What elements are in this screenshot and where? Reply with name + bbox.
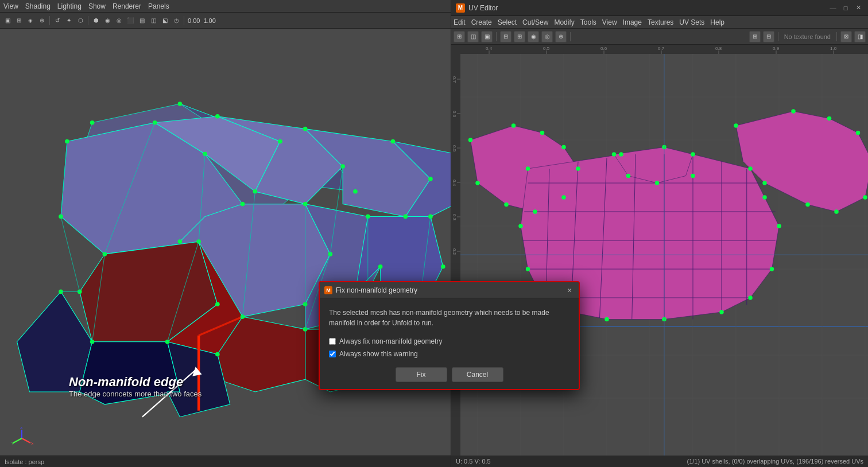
svg-point-87 — [468, 138, 473, 142]
toolbar-icon-2[interactable]: ⊞ — [14, 15, 24, 26]
toolbar-icon-6[interactable]: ✦ — [64, 15, 74, 26]
value-field-2[interactable]: 1.00 — [203, 17, 215, 24]
uv-status: U: 0.5 V: 0.5 (1/1) UV shells, (0/0) ove… — [451, 456, 868, 467]
svg-point-14 — [353, 189, 358, 194]
menu-panels[interactable]: Panels — [148, 2, 169, 10]
annotation-subtitle: The edge conncets more than two faces — [69, 390, 202, 398]
uv-menu-uvsets[interactable]: UV Sets — [679, 18, 704, 26]
uv-editor: M UV Editor — □ ✕ Edit Create Select Cut… — [451, 0, 868, 467]
uv-canvas[interactable]: 0.7 0.6 0.5 0.4 0.3 0.2 0.3 — [451, 45, 868, 467]
close-button[interactable]: ✕ — [853, 3, 863, 13]
svg-text:Z: Z — [20, 427, 23, 430]
menu-shading[interactable]: Shading — [25, 2, 51, 10]
modal-icon: M — [324, 286, 332, 294]
modal-message: The selected mesh has non-manifold geome… — [329, 308, 569, 328]
toolbar-icon-4[interactable]: ⊕ — [37, 15, 47, 26]
toolbar-icon-5[interactable]: ↺ — [52, 15, 63, 26]
modal-close-button[interactable]: × — [565, 286, 574, 295]
restore-button[interactable]: □ — [840, 3, 851, 13]
svg-point-11 — [90, 120, 95, 125]
svg-point-27 — [178, 239, 183, 244]
checkbox-fix[interactable] — [329, 338, 336, 345]
checkbox-fix-label[interactable]: Always fix non-manifold geometry — [339, 337, 442, 345]
toolbar-icon-15[interactable]: ◷ — [171, 15, 181, 26]
minimize-button[interactable]: — — [828, 3, 838, 13]
value-field-1[interactable]: 0.00 — [188, 17, 200, 24]
uv-toolbar: ⊞ ◫ ▣ ⊟ ⊞ ◉ ◎ ⊕ ⊞ ⊟ No texture found ⊠ ◨ — [451, 29, 868, 45]
uv-tb-btn-last[interactable]: ◨ — [854, 31, 866, 42]
svg-point-106 — [619, 152, 623, 157]
svg-point-91 — [576, 166, 580, 171]
toolbar-icon-11[interactable]: ⬛ — [125, 15, 135, 26]
menu-lighting[interactable]: Lighting — [57, 2, 82, 10]
app-container: View Shading Lighting Show Renderer Pane… — [0, 0, 868, 467]
viewport-3d: View Shading Lighting Show Renderer Pane… — [0, 0, 451, 467]
uv-menu-cutsew[interactable]: Cut/Sew — [522, 18, 548, 26]
checkbox-warning-label[interactable]: Always show this warning — [339, 350, 418, 358]
uv-tb-btn-1[interactable]: ⊞ — [454, 31, 465, 42]
svg-point-102 — [834, 209, 839, 214]
ruler-top: 0.4 0.5 0.6 0.7 0.8 0.9 1.0 — [460, 45, 868, 54]
toolbar-icon-14[interactable]: ⬕ — [160, 15, 170, 26]
uv-tb-btn-8[interactable]: ⊕ — [555, 31, 567, 42]
toolbar-icon-9[interactable]: ◉ — [102, 15, 113, 26]
uv-menu-image[interactable]: Image — [623, 18, 642, 26]
uv-sep-1 — [496, 32, 497, 41]
uv-tb-btn-6[interactable]: ◉ — [528, 31, 539, 42]
uv-menu-create[interactable]: Create — [471, 18, 492, 26]
uv-content-area — [460, 54, 868, 456]
uv-menu-textures[interactable]: Textures — [648, 18, 673, 26]
uv-menu-modify[interactable]: Modify — [554, 18, 574, 26]
uv-tb-grid[interactable]: ⊟ — [763, 31, 774, 42]
svg-point-108 — [748, 166, 753, 171]
svg-point-115 — [604, 317, 609, 322]
uv-tb-btn-7[interactable]: ◎ — [541, 31, 553, 42]
uv-tb-btn-5[interactable]: ⊞ — [514, 31, 525, 42]
toolbar-icon-8[interactable]: ⬢ — [91, 15, 101, 26]
fix-button[interactable]: Fix — [396, 367, 447, 382]
svg-point-123 — [655, 181, 660, 185]
svg-point-43 — [378, 264, 383, 269]
uv-sep-3 — [778, 32, 778, 41]
uv-menu-edit[interactable]: Edit — [454, 18, 466, 26]
uv-tb-btn-4[interactable]: ⊟ — [500, 31, 512, 42]
svg-point-97 — [791, 109, 796, 114]
checkbox-warning[interactable] — [329, 351, 336, 357]
uv-menu-view[interactable]: View — [602, 18, 617, 26]
svg-point-107 — [691, 152, 695, 157]
uv-menu-select[interactable]: Select — [498, 18, 517, 26]
toolbar-icon-12[interactable]: ▤ — [137, 15, 147, 26]
uv-tb-btn-2[interactable]: ◫ — [467, 31, 479, 42]
axes-indicator: X Y Z — [10, 427, 33, 450]
svg-point-89 — [540, 131, 545, 135]
uv-tb-texture-btn[interactable]: ⊠ — [840, 31, 852, 42]
menu-show[interactable]: Show — [88, 2, 106, 10]
svg-point-92 — [561, 195, 566, 200]
toolbar-icon-7[interactable]: ⬡ — [75, 15, 86, 26]
toolbar-icon-1[interactable]: ▣ — [2, 15, 13, 26]
menu-renderer[interactable]: Renderer — [113, 2, 141, 10]
svg-point-95 — [475, 181, 480, 185]
toolbar-icon-13[interactable]: ◫ — [148, 15, 158, 26]
svg-point-120 — [612, 152, 617, 157]
uv-tb-btn-3[interactable]: ▣ — [481, 31, 493, 42]
toolbar-icon-10[interactable]: ◎ — [114, 15, 124, 26]
uv-menu-tools[interactable]: Tools — [580, 18, 596, 26]
checkbox-row-fix: Always fix non-manifold geometry — [329, 337, 569, 345]
svg-point-110 — [777, 224, 781, 228]
uv-sep-2 — [570, 32, 571, 41]
svg-point-8 — [303, 127, 308, 131]
svg-text:X: X — [31, 441, 33, 446]
svg-point-103 — [805, 203, 810, 207]
menu-view[interactable]: View — [3, 2, 18, 10]
cancel-button[interactable]: Cancel — [452, 367, 503, 382]
svg-point-24 — [241, 202, 245, 207]
uv-tb-checkerboard[interactable]: ⊞ — [749, 31, 761, 42]
svg-point-122 — [691, 174, 695, 178]
no-texture-label: No texture found — [784, 33, 831, 40]
svg-point-113 — [719, 310, 724, 314]
uv-menu-help[interactable]: Help — [710, 18, 724, 26]
svg-point-9 — [391, 139, 396, 144]
uv-status-right: (1/1) UV shells, (0/0) overlapping UVs, … — [687, 458, 863, 465]
toolbar-icon-3[interactable]: ◈ — [25, 15, 36, 26]
